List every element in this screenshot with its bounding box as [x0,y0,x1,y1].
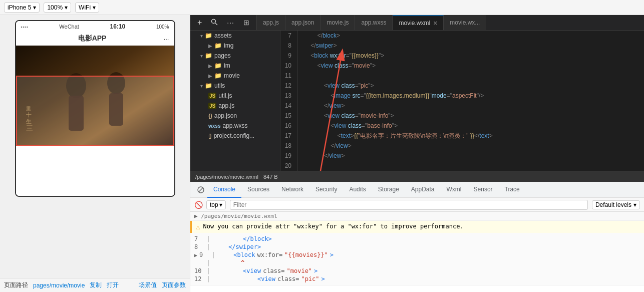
tab-app-js[interactable]: app.js [257,15,285,30]
close-tab-button[interactable]: × [433,19,437,27]
red-selection-box [16,76,174,146]
line-separator: | [206,243,210,250]
code-text [212,275,255,282]
tree-item-label: util.js [218,92,232,99]
line-num: 10 [194,267,204,274]
expand-button[interactable]: ▶ [194,252,197,258]
tree-arrow: ▶ [208,73,212,79]
more-button[interactable]: ··· [224,18,237,28]
line-number: 7 [284,31,291,41]
tab-movie-wxml[interactable]: movie.wxml × [393,15,444,30]
tree-item-img[interactable]: ▶ 📁 img [190,41,280,51]
devtools-tabs: Console Sources Network Security Audits [190,182,644,198]
chevron-down-icon: ▾ [93,4,96,11]
add-file-button[interactable]: + [194,17,205,28]
svg-line-10 [215,23,217,25]
tree-item-label: movie [224,72,240,79]
network-label: WiFi [79,4,91,11]
console-levels-select[interactable]: Default levels ▾ [592,200,640,209]
tab-movie-wx[interactable]: movie.wx... [444,15,486,30]
phone-title-bar: 电影APP ··· [16,32,174,46]
tab-app-json[interactable]: app.json [285,15,320,30]
code-main-area: ▾ 📁 assets ▶ 📁 img ▾ 📁 pages [190,31,644,171]
console-clear-button[interactable]: 🚫 [194,201,202,209]
tree-item-im[interactable]: ▶ 📁 im [190,61,280,71]
context-value: top [210,201,218,208]
devtools-close-btn[interactable] [194,182,207,197]
line-number: 14 [284,101,291,111]
tab-network[interactable]: Network [275,182,309,198]
console-code-block: 7 | </block> 8 | </swiper> [190,233,644,285]
code-editor[interactable]: 7 8 9 10 11 12 13 14 15 16 17 18 [280,31,644,171]
tree-item-app-json[interactable]: {} app.json [190,111,280,121]
params-label[interactable]: 页面参数 [162,281,186,289]
device-select[interactable]: iPhone 5 ▾ [4,3,40,13]
line-number: 20 [284,161,291,171]
file-size: 847 B [263,174,278,180]
warning-text: Now you can provide attr "wx:key" for a … [203,223,463,230]
console-code-line: | ^ [194,259,640,267]
tree-item-pages[interactable]: ▾ 📁 pages [190,51,280,61]
device-label: iPhone 5 [8,4,31,11]
tab-trace[interactable]: Trace [499,182,526,198]
code-attr: wx:for= [257,251,283,258]
tab-sources[interactable]: Sources [241,182,275,198]
console-code-line: ▶ 9 | <block wx:for= "{{movies}}" > [194,251,640,259]
network-select[interactable]: WiFi ▾ [75,3,99,13]
line-num: 8 [194,243,204,250]
ban-icon [197,186,204,193]
console-filter-input[interactable] [230,200,588,210]
tree-item-movie[interactable]: ▶ 📁 movie [190,71,280,81]
phone-frame: •••• WeChat 16:10 100% 电影APP ··· [15,20,175,197]
folder-icon: 📁 [205,82,212,89]
tree-item-label: app.js [218,102,234,109]
line-numbers: 7 8 9 10 11 12 13 14 15 16 17 18 [280,31,298,171]
zoom-select[interactable]: 100% ▾ [44,3,71,13]
tree-item-app-wxss[interactable]: wxss app.wxss [190,121,280,131]
scene-label[interactable]: 场景值 [139,281,157,289]
tab-audits[interactable]: Audits [343,182,372,198]
console-context-select[interactable]: top ▾ [206,200,226,209]
tab-appdata[interactable]: AppData [405,182,441,198]
line-num: 12 [194,275,204,282]
tab-label: Wxml [447,186,462,193]
tab-console[interactable]: Console [207,182,241,198]
json-file-icon: {} [208,113,212,119]
code-line-18: </view> [304,141,644,151]
tab-label: Network [281,186,303,193]
tree-item-app-js[interactable]: JS app.js [190,101,280,111]
line-num: 9 [199,251,209,258]
chevron-down-icon: ▾ [65,4,68,11]
tab-app-wxss[interactable]: app.wxss [355,15,393,30]
file-tree: ▾ 📁 assets ▶ 📁 img ▾ 📁 pages [190,31,280,171]
line-number: 16 [284,121,291,131]
tab-security[interactable]: Security [309,182,343,198]
svg-line-14 [199,188,203,192]
tree-item-project-config[interactable]: {} project.config... [190,131,280,141]
tree-item-utils[interactable]: ▾ 📁 utils [190,81,280,91]
tree-item-util-js[interactable]: JS util.js [190,91,280,101]
tree-item-assets[interactable]: ▾ 📁 assets [190,31,280,41]
phone-carrier: WeChat [59,24,79,30]
line-number: 11 [284,71,291,81]
code-text [217,251,231,258]
search-button[interactable] [208,18,221,28]
svg-point-9 [212,19,216,23]
code-line-7: </block> [304,31,644,41]
top-toolbar: iPhone 5 ▾ 100% ▾ WiFi ▾ [0,0,644,15]
copy-button[interactable]: 复制 [90,281,102,289]
code-text [212,235,241,242]
tab-storage[interactable]: Storage [372,182,405,198]
open-button[interactable]: 打开 [107,281,119,289]
code-line-11 [304,71,644,81]
tab-wxml[interactable]: Wxml [441,182,468,198]
main-layout: •••• WeChat 16:10 100% 电影APP ··· [0,15,644,292]
code-tag: <view [257,275,275,282]
layout-button[interactable]: ⊞ [240,18,252,28]
tab-movie-js[interactable]: movie.js [320,15,355,30]
folder-icon: 📁 [205,52,212,59]
code-attr: class= [277,275,299,282]
tab-sensor[interactable]: Sensor [468,182,499,198]
tab-label: app.wxss [361,19,386,26]
phone-menu[interactable]: ··· [164,35,169,43]
